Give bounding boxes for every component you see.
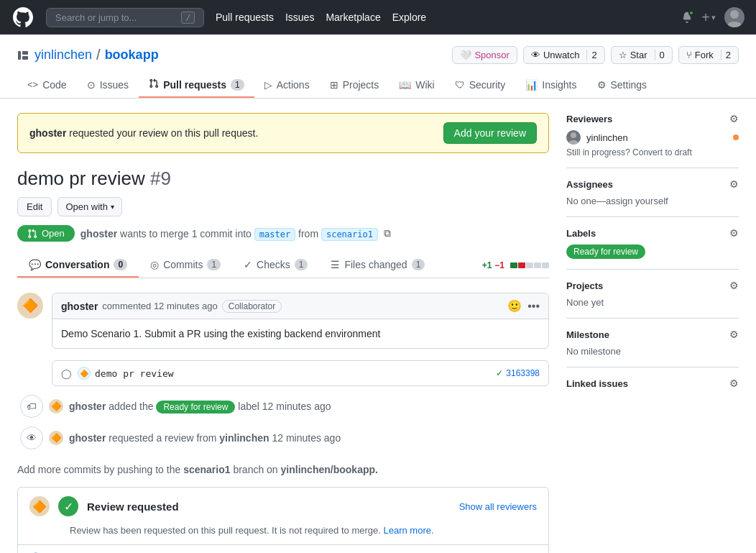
sponsor-button[interactable]: 🤍 Sponsor [452, 46, 517, 64]
label-ready-for-review: Ready for review [566, 244, 645, 259]
tab-actions[interactable]: ▷ Actions [254, 73, 320, 98]
reviewers-header: Reviewers ⚙ [566, 113, 739, 124]
tab-insights[interactable]: 📊 Insights [515, 73, 586, 98]
milestone-none-text: No milestone [566, 346, 739, 357]
comment-header: ghoster commented 12 minutes ago Collabo… [52, 293, 548, 319]
pr-title: demo pr review #9 [17, 168, 549, 190]
tab-conversation[interactable]: 💬 Conversation 0 [17, 253, 139, 278]
add-review-button[interactable]: Add your review [443, 122, 537, 144]
comment-header-actions: 🙂 ••• [507, 299, 540, 313]
conversation-badge: 0 [114, 259, 127, 270]
reviewer-row: yinlinchen [566, 130, 739, 145]
collaborator-badge: Collaborator [222, 300, 282, 313]
show-all-reviewers-link[interactable]: Show all reviewers [459, 501, 537, 512]
pr-edit-row: Edit Open with ▾ [17, 197, 549, 216]
pr-main: ghoster requested your review on this pu… [17, 113, 549, 553]
pending-reviewer-row[interactable]: 👤 1 pending reviewer ▾ [18, 544, 548, 553]
star-button[interactable]: ☆ Star 0 [611, 46, 673, 64]
reviewer-status-dot [733, 134, 739, 140]
review-title: Review requested [87, 501, 179, 513]
open-with-button[interactable]: Open with ▾ [57, 197, 122, 216]
svg-point-1 [727, 22, 742, 27]
linked-issues-section: Linked issues ⚙ [566, 378, 739, 405]
github-logo-icon[interactable] [11, 6, 34, 29]
comment-timestamp: commented 12 minutes ago [102, 301, 217, 311]
tab-files-changed[interactable]: ☰ Files changed 1 [319, 253, 436, 278]
review-green-avatar: 🔶 [29, 496, 50, 516]
open-status-badge: Open [17, 225, 75, 242]
reviewers-section: Reviewers ⚙ yinlinchen Still in progress… [566, 113, 739, 168]
tab-security[interactable]: 🛡 Security [445, 73, 516, 98]
checks-badge: 1 [295, 259, 308, 270]
unwatch-button[interactable]: 👁 Unwatch 2 [523, 46, 605, 64]
pr-status-line: Open ghoster wants to merge 1 commit int… [17, 225, 549, 242]
assignees-header: Assignees ⚙ [566, 178, 739, 190]
reviewers-gear-icon[interactable]: ⚙ [729, 113, 739, 124]
edit-button[interactable]: Edit [17, 197, 52, 216]
head-branch-tag: scenario1 [321, 228, 378, 241]
review-success-icon: ✓ [58, 496, 78, 516]
breadcrumb-separator: / [96, 47, 101, 63]
tab-issues[interactable]: ⊙ Issues [77, 73, 139, 98]
settings-icon: ⚙ [597, 79, 607, 91]
tab-wiki[interactable]: 📖 Wiki [389, 73, 444, 98]
user-avatar[interactable] [724, 7, 745, 27]
tab-projects[interactable]: ⊞ Projects [320, 73, 389, 98]
repo-owner-link[interactable]: yinlinchen [34, 47, 92, 63]
assignees-none-text[interactable]: No one—assign yourself [566, 196, 739, 206]
tab-checks[interactable]: ✓ Checks 1 [232, 253, 319, 278]
chevron-down-icon: ▾ [111, 203, 114, 211]
projects-gear-icon[interactable]: ⚙ [729, 280, 739, 291]
learn-more-link[interactable]: Learn more. [383, 525, 433, 536]
fork-button[interactable]: ⑂ Fork 2 [678, 46, 739, 64]
topnav-pull-requests[interactable]: Pull requests [216, 12, 274, 23]
topnav-issues[interactable]: Issues [285, 12, 314, 23]
wiki-icon: 📖 [399, 79, 411, 91]
actions-icon: ▷ [264, 79, 272, 91]
alert-banner: ghoster requested your review on this pu… [17, 113, 549, 153]
assignees-gear-icon[interactable]: ⚙ [729, 178, 739, 190]
pr-number: #9 [150, 168, 171, 189]
emoji-reaction-button[interactable]: 🙂 [507, 299, 522, 313]
label-event-mini-avatar: 🔶 [49, 399, 63, 413]
repo-header: yinlinchen / bookapp 🤍 Sponsor 👁 Unwatch… [0, 35, 756, 99]
pr-sidebar: Reviewers ⚙ yinlinchen Still in progress… [566, 113, 739, 553]
pr-title-text: demo pr review [17, 168, 145, 189]
svg-point-0 [730, 10, 739, 19]
issues-icon: ⊙ [87, 79, 96, 91]
review-body: Review has been requested on this pull r… [18, 525, 548, 544]
topnav-explore[interactable]: Explore [392, 12, 426, 23]
review-section: 🔶 ✓ Review requested Show all reviewers … [17, 487, 549, 553]
commit-title: demo pr review [95, 368, 174, 379]
main-content: ghoster requested your review on this pu… [0, 99, 756, 553]
linked-issues-gear-icon[interactable]: ⚙ [729, 378, 739, 389]
tab-pull-requests[interactable]: Pull requests 1 [139, 73, 254, 98]
linked-issues-header: Linked issues ⚙ [566, 378, 739, 389]
pr-tabs: 💬 Conversation 0 ◎ Commits 1 ✓ Checks 1 … [17, 253, 549, 278]
files-icon: ☰ [331, 259, 340, 270]
topnav-marketplace[interactable]: Marketplace [326, 12, 380, 23]
milestone-gear-icon[interactable]: ⚙ [729, 329, 739, 340]
breadcrumb: yinlinchen / bookapp [17, 47, 159, 63]
heart-icon: 🤍 [460, 50, 471, 60]
tab-settings[interactable]: ⚙ Settings [587, 73, 658, 98]
repo-name-link[interactable]: bookapp [105, 47, 159, 63]
comment-menu-button[interactable]: ••• [527, 300, 540, 313]
svg-point-5 [571, 132, 576, 138]
labels-gear-icon[interactable]: ⚙ [729, 227, 739, 239]
eye-icon: 👁 [531, 50, 540, 60]
reviewer-convert-draft[interactable]: Still in progress? Convert to draft [566, 147, 739, 157]
new-button[interactable]: + ▾ [701, 9, 716, 26]
search-box[interactable]: Search or jump to... / [46, 8, 204, 27]
tab-commits[interactable]: ◎ Commits 1 [139, 253, 232, 278]
labels-header: Labels ⚙ [566, 227, 739, 239]
comment-body: Demo Scenario 1. Submit a PR using the e… [52, 319, 548, 348]
notifications-button[interactable] [681, 12, 693, 23]
assignees-label: Assignees [566, 179, 613, 190]
star-icon: ☆ [619, 50, 627, 60]
copy-branch-icon[interactable]: ⧉ [384, 227, 391, 239]
alert-message: requested your review on this pull reque… [66, 127, 258, 139]
tab-code[interactable]: <> Code [17, 73, 77, 98]
commit-row: ◯ 🔶 demo pr review ✓ 3163398 [52, 360, 549, 386]
repo-header-row: yinlinchen / bookapp 🤍 Sponsor 👁 Unwatch… [17, 46, 739, 64]
